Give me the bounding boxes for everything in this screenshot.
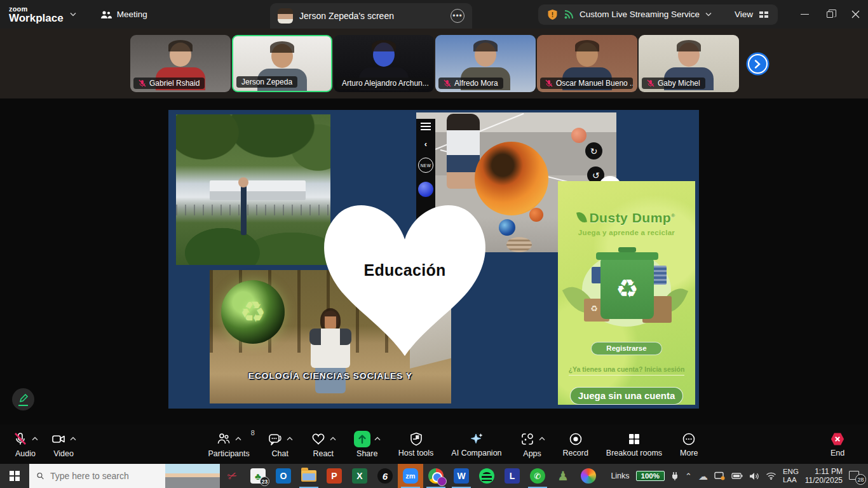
- annotate-button[interactable]: [12, 388, 34, 410]
- more-label: More: [680, 449, 698, 458]
- participants-count: 8: [251, 429, 255, 437]
- people-icon: [100, 10, 112, 19]
- video-tile[interactable]: Gaby Michel: [639, 35, 739, 92]
- speaker-icon[interactable]: [749, 472, 759, 480]
- tab-options-icon[interactable]: •••: [451, 9, 465, 23]
- tab-shared-screen[interactable]: Jerson Zepeda's screen •••: [270, 3, 472, 29]
- language-indicator[interactable]: ENG LAA: [783, 468, 799, 484]
- chevron-up-icon[interactable]: [287, 437, 293, 441]
- end-meeting-button[interactable]: End: [824, 429, 851, 460]
- taskbar-snipping-tool[interactable]: ✂: [220, 464, 245, 488]
- start-button[interactable]: [0, 464, 29, 488]
- ar-new-button: NEW: [418, 158, 433, 173]
- registered-mark: ®: [671, 213, 675, 219]
- wifi-icon[interactable]: [766, 472, 776, 480]
- video-button[interactable]: Video: [44, 428, 83, 461]
- svg-text:!: !: [552, 11, 553, 18]
- chevron-up-icon[interactable]: [32, 437, 38, 441]
- chevron-up-icon[interactable]: [70, 437, 76, 441]
- zoom-titlebar: zoom Workplace Meeting Jerson Zepeda's s…: [0, 0, 868, 29]
- chevron-up-icon[interactable]: [330, 437, 336, 441]
- taskbar-excel[interactable]: X: [347, 464, 372, 488]
- onedrive-cloud-icon[interactable]: ☁: [698, 471, 708, 481]
- cast-screen-icon[interactable]: [714, 471, 725, 480]
- ar-mars-model: [529, 208, 543, 222]
- taskbar-dragon[interactable]: 6: [372, 464, 398, 488]
- heart-react-icon: [311, 431, 326, 447]
- tab-meeting[interactable]: Meeting: [100, 10, 147, 19]
- end-call-icon: [830, 431, 845, 447]
- dragon-icon: 6: [377, 468, 393, 484]
- host-tools-label: Host tools: [398, 449, 434, 458]
- video-label: Video: [53, 449, 74, 458]
- more-button[interactable]: More: [674, 429, 704, 460]
- breakout-rooms-button[interactable]: Breakout rooms: [600, 429, 668, 460]
- register-button: Registrarse: [591, 342, 662, 355]
- time: 1:11 PM: [805, 467, 843, 476]
- ar-jupiter-model: [506, 237, 532, 252]
- video-tile[interactable]: Arturo Alejandro Archun...: [334, 35, 434, 92]
- recycle-globe-graphic: ♻: [221, 280, 285, 344]
- participants-button[interactable]: 8 Participants: [201, 428, 255, 461]
- camera-icon: [51, 431, 66, 447]
- view-grid-icon[interactable]: [759, 10, 769, 19]
- close-button[interactable]: [843, 1, 868, 29]
- share-button[interactable]: Share: [348, 428, 387, 461]
- taskbar-notification-app[interactable]: ♣ 23: [245, 464, 271, 488]
- chevron-down-icon[interactable]: [705, 12, 712, 17]
- taskbar-outlook[interactable]: O: [271, 464, 296, 488]
- language-top: ENG: [783, 468, 799, 476]
- search-input[interactable]: [50, 471, 165, 481]
- minimize-button[interactable]: [792, 1, 817, 29]
- host-tools-button[interactable]: Host tools: [392, 429, 440, 460]
- taskbar-spotify[interactable]: [474, 464, 499, 488]
- taskbar-search[interactable]: [29, 464, 220, 488]
- video-tile[interactable]: Oscar Manuel Bueno ...: [537, 35, 637, 92]
- next-participants-button[interactable]: [748, 54, 768, 74]
- video-tile[interactable]: Alfredo Mora: [435, 35, 536, 92]
- taskbar-chess[interactable]: ♟: [550, 464, 576, 488]
- react-label: React: [313, 449, 334, 458]
- taskbar-word[interactable]: W: [449, 464, 474, 488]
- search-highlight-image[interactable]: [165, 464, 220, 488]
- audio-button[interactable]: Audio: [6, 428, 44, 461]
- taskbar-powerpoint[interactable]: P: [322, 464, 347, 488]
- plug-icon[interactable]: [671, 471, 679, 480]
- live-streaming-control[interactable]: ! Custom Live Streaming Service View: [538, 4, 778, 25]
- taskbar-chrome[interactable]: [423, 464, 449, 488]
- video-tile-active-speaker[interactable]: Jerson Zepeda: [232, 35, 332, 92]
- record-button[interactable]: Record: [557, 429, 595, 460]
- taskbar-zoom[interactable]: zm: [398, 464, 423, 488]
- chevron-up-icon[interactable]: [374, 437, 381, 441]
- badge-count: 23: [260, 477, 269, 486]
- taskbar-copilot[interactable]: [576, 464, 601, 488]
- react-button[interactable]: React: [304, 428, 342, 461]
- chevron-up-icon[interactable]: [235, 437, 241, 441]
- chevron-up-icon[interactable]: [539, 437, 545, 441]
- ai-companion-button[interactable]: AI Companion: [445, 429, 508, 460]
- battery-percent-indicator[interactable]: 100%: [636, 471, 665, 481]
- taskbar-file-explorer[interactable]: [296, 464, 322, 488]
- taskbar-l-app[interactable]: L: [499, 464, 525, 488]
- participant-video-strip: Gabriel Rshaid Jerson Zepeda Arturo Alej…: [0, 29, 868, 98]
- close-icon: [851, 10, 860, 18]
- shared-screen-area: ‹ NEW ↻ ↺ PLACE Dusty Dump® Juega y apre…: [0, 98, 868, 424]
- video-tile[interactable]: Gabriel Rshaid: [130, 35, 231, 92]
- view-label[interactable]: View: [735, 10, 753, 19]
- tray-overflow-chevron[interactable]: ⌃: [685, 471, 692, 481]
- chevron-down-icon[interactable]: [70, 12, 76, 17]
- taskbar-whatsapp[interactable]: ✆: [525, 464, 550, 488]
- clock[interactable]: 1:11 PM 11/20/2025: [805, 467, 843, 485]
- app-icon: ♣ 23: [250, 468, 266, 484]
- participant-face: [475, 43, 496, 67]
- l-app-icon: L: [505, 468, 520, 484]
- links-toolbar[interactable]: Links: [611, 471, 629, 480]
- ai-companion-label: AI Companion: [451, 449, 501, 458]
- ar-planet-model: [571, 128, 587, 143]
- restore-button[interactable]: [817, 1, 843, 29]
- chat-button[interactable]: Chat: [261, 428, 299, 461]
- action-center-button[interactable]: 28: [849, 471, 862, 481]
- battery-icon[interactable]: [731, 472, 743, 480]
- breakout-rooms-label: Breakout rooms: [606, 449, 662, 458]
- apps-button[interactable]: Apps: [513, 428, 552, 461]
